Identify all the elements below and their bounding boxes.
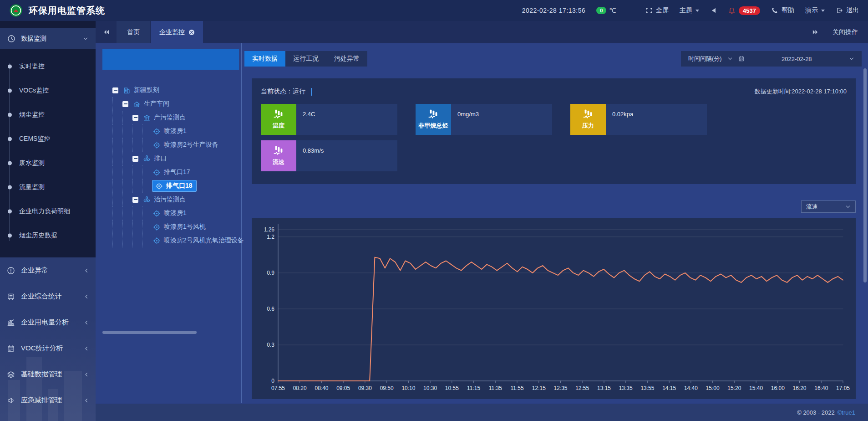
tree-node[interactable]: 新疆默刻 [112,83,239,97]
tree-node-selected[interactable]: 排气口18 [152,180,197,192]
tree-indent-guide [122,124,132,138]
date-picker[interactable]: 2022-02-28 [782,56,812,62]
tree-node-content[interactable]: 生产车间 [132,98,173,109]
sidebar-subitem[interactable]: 实时监控 [0,54,96,78]
sidebar-item[interactable]: 应急减排管理 [0,387,96,413]
sidebar-subitem[interactable]: 废水监测 [0,151,96,175]
svg-text:10:10: 10:10 [401,385,415,391]
tabs-scroll-left-button[interactable] [96,21,117,43]
sidebar-item[interactable]: VOC统计分析 [0,335,96,361]
bar-chart-icon [7,318,15,327]
tab-operating-condition[interactable]: 运行工况 [285,51,326,67]
sidebar-item[interactable]: 企业异常 [0,257,96,283]
tree-node[interactable]: 排口 [112,152,239,165]
tree-panel-header[interactable] [102,49,239,70]
sidebar-subitem[interactable]: 流量监测 [0,175,96,199]
content-panel: 实时数据 运行工况 污处异常 时间间隔(分) 2022-02-28 [244,43,862,404]
tree-node-content[interactable]: 喷漆房1 [152,126,190,137]
sidebar-subitem[interactable]: CEMS监控 [0,127,96,151]
tree-node-content[interactable]: 喷漆房1 [152,208,190,219]
sidebar-submenu: 实时监控VOCs监控烟尘监控CEMS监控废水监测流量监测企业电力负荷明细烟尘历史… [0,49,96,257]
tree-node-content[interactable]: 喷漆房2号生产设备 [152,139,222,150]
svg-text:16:20: 16:20 [792,385,806,391]
target-icon [153,128,161,135]
tree-collapse-toggle[interactable] [132,156,138,162]
tabs-scroll-right-button[interactable] [812,29,819,36]
sidebar-subitem[interactable]: 烟尘历史数据 [0,223,96,247]
tab-realtime-data[interactable]: 实时数据 [244,51,285,67]
sidebar-subitem[interactable]: 烟尘监控 [0,103,96,127]
tree-node[interactable]: 喷漆房2号生产设备 [112,138,239,152]
metric-value: 0.02kpa [606,104,633,135]
data-update-time: 数据更新时间:2022-02-28 17:10:00 [755,87,847,96]
theme-menu[interactable]: 主题 [680,6,699,15]
tree-indent-guide [112,165,122,179]
app-root: 环保用电监管系统 2022-02-28 17:13:56 0 ℃ 全屏 主题 [0,0,868,421]
tree-node-content[interactable]: 喷漆房1号风机 [152,221,209,232]
mute-button[interactable] [710,7,717,14]
tree-node[interactable]: 喷漆房2号风机光氧治理设备 [112,234,239,247]
window-tab-enterprise-monitor[interactable]: 企业监控 [151,21,203,43]
tree-indent-guide [142,179,152,193]
chevron-down-icon[interactable] [849,56,854,62]
tree-indent-guide [142,165,152,179]
sidebar-item[interactable]: 企业用电量分析 [0,309,96,335]
window-tab-home[interactable]: 首页 [117,21,150,43]
metric-name: 压力 [582,122,594,130]
close-operations-button[interactable]: 关闭操作 [832,28,858,36]
chevron-down-icon [845,204,851,210]
tree-node[interactable]: 治污监测点 [112,193,239,206]
tree-node-content[interactable]: 喷漆房2号风机光氧治理设备 [152,235,248,246]
tree-indent-guide [122,152,132,165]
tree-node[interactable]: 产污监测点 [112,111,239,124]
tree-node-label: 生产车间 [144,100,169,108]
tree-indent-guide [142,138,152,152]
tree-node[interactable]: 喷漆房1号风机 [112,220,239,234]
demo-menu[interactable]: 演示 [805,6,825,15]
close-icon[interactable] [188,29,195,36]
metric-cards: 温度2.4C非甲烷总烃0mg/m3压力0.02kpa流速0.83m/s [261,104,847,171]
chevron-down-icon[interactable] [727,56,733,62]
tree-node-content[interactable]: 排气口17 [152,167,194,178]
tree-node-content[interactable]: 排口 [142,153,170,164]
tree-node[interactable]: 喷漆房1 [112,206,239,220]
time-controls: 时间间隔(分) 2022-02-28 [681,51,862,67]
interval-select[interactable]: 时间间隔(分) [688,55,722,63]
tree-collapse-toggle[interactable] [132,197,138,203]
help-button[interactable]: 帮助 [771,6,794,15]
svg-text:09:30: 09:30 [358,385,372,391]
factory-icon [143,114,151,122]
logout-icon [836,7,843,14]
tree-collapse-toggle[interactable] [132,115,138,121]
tab-pollution-abnormal[interactable]: 污处异常 [326,51,367,67]
tree-node[interactable]: 生产车间 [112,97,239,111]
sidebar-subitem[interactable]: VOCs监控 [0,78,96,103]
tree-node[interactable]: 排气口18 [112,179,239,193]
tree-node-content[interactable]: 新疆默刻 [122,85,163,96]
sidebar-collapsed-groups: 企业异常企业综合统计企业用电量分析VOC统计分析基础数据管理应急减排管理日志查看 [0,257,96,421]
tree-node[interactable]: 喷漆房1 [112,124,239,138]
series-select[interactable]: 流速 [801,200,856,213]
sidebar-item[interactable]: 日志查看 [0,413,96,421]
sidebar-subitem[interactable]: 企业电力负荷明细 [0,199,96,223]
tree-node-label: 产污监测点 [154,113,186,122]
metric-icon-box: 温度 [261,104,296,135]
tree-collapse-toggle[interactable] [112,87,118,93]
sidebar-item[interactable]: 企业综合统计 [0,283,96,309]
calendar-icon[interactable] [738,56,745,62]
svg-text:09:50: 09:50 [380,385,394,391]
alarm-indicator[interactable]: 4537 [728,6,760,15]
metric-card: 流速0.83m/s [261,140,397,171]
tree-node[interactable]: 排气口17 [112,165,239,179]
sidebar-item[interactable]: 基础数据管理 [0,361,96,387]
tree-node-content[interactable]: 产污监测点 [142,112,189,123]
chevron-left-icon [84,372,89,377]
fullscreen-button[interactable]: 全屏 [645,6,669,15]
vertical-scrollbar[interactable] [863,68,867,282]
tree-horizontal-scrollbar[interactable] [102,331,197,334]
sidebar-item-data-monitoring[interactable]: 数据监测 [0,28,96,49]
tree-node-content[interactable]: 治污监测点 [142,194,189,205]
tree-collapse-toggle[interactable] [122,101,128,107]
logout-button[interactable]: 退出 [836,6,859,15]
brand-link[interactable]: ©true1 [838,409,855,416]
